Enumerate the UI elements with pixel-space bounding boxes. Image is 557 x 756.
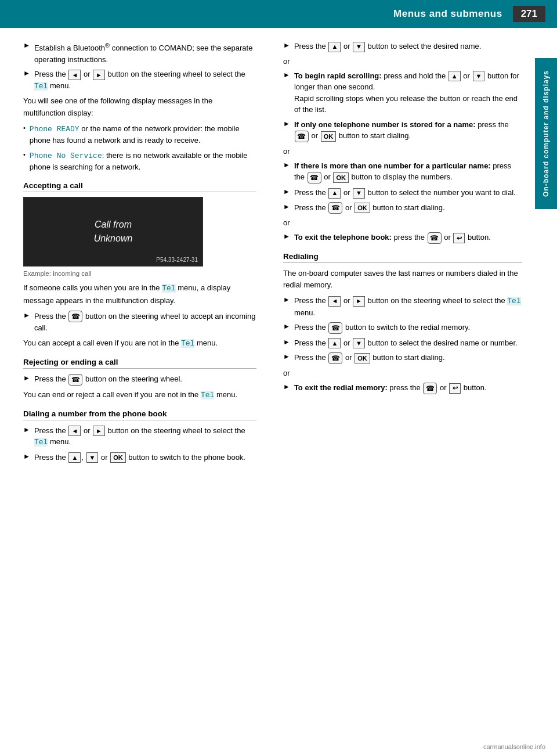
bullet-arrow-icon: ► xyxy=(283,296,290,304)
phone-end-button: ☎ xyxy=(423,383,437,394)
down-arrow-button: ▼ xyxy=(353,188,365,199)
or-label: or xyxy=(283,217,522,229)
ok-button: OK xyxy=(321,131,337,142)
up-arrow-button: ▲ xyxy=(328,338,341,348)
bullet-text: To begin rapid scrolling: press and hold… xyxy=(294,70,522,116)
bullet-text: Press the ▲, ▼ or OK button to switch to… xyxy=(34,452,245,463)
section-heading-dialing: Dialing a number from the phone book xyxy=(23,409,256,420)
list-item: ► Press the ▲ or ▼ button to select the … xyxy=(283,337,522,349)
list-item: ► Press the ☎ or OK button to start dial… xyxy=(283,352,522,364)
display-text: Call from Unknown xyxy=(94,218,133,246)
tel-menu-label: Tel xyxy=(181,339,194,348)
bullet-dot-icon: • xyxy=(23,151,26,158)
phone-ready-status: Phone READY xyxy=(30,125,79,134)
up-arrow-button: ▲ xyxy=(449,71,461,81)
list-item: ► If only one telephone number is stored… xyxy=(283,119,522,142)
or-label: or xyxy=(283,146,522,157)
bullet-arrow-icon: ► xyxy=(23,41,30,49)
down-arrow-button: ▼ xyxy=(473,71,485,81)
list-item: ► Press the ▲, ▼ or OK button to switch … xyxy=(23,452,256,463)
bullet-arrow-icon: ► xyxy=(283,232,290,240)
list-item: ► To begin rapid scrolling: press and ho… xyxy=(283,70,522,116)
rejecting-paragraph: You can end or reject a call even if you… xyxy=(23,389,256,401)
list-item: ► Press the ☎ button on the steering whe… xyxy=(23,373,256,386)
bullet-text: Press the ☎ button on the steering wheel… xyxy=(34,311,256,334)
list-item: ► Press the ◄ or ► button on the steerin… xyxy=(23,425,256,448)
up-arrow-button: ▲ xyxy=(328,188,341,199)
bullet-text: Press the ▲ or ▼ button to select the nu… xyxy=(294,187,516,199)
list-item: ► Press the ☎ button on the steering whe… xyxy=(23,311,256,334)
bullet-arrow-icon: ► xyxy=(283,338,290,346)
bullet-arrow-icon: ► xyxy=(283,352,290,361)
list-item: ► Press the ☎ button to switch to the re… xyxy=(283,322,522,334)
section-heading-accepting: Accepting a call xyxy=(23,181,256,192)
bullet-text: Press the ▲ or ▼ button to select the de… xyxy=(294,337,518,349)
right-arrow-button: ► xyxy=(93,426,105,436)
phone-accept-button: ☎ xyxy=(68,311,82,322)
bullet-arrow-icon: ► xyxy=(283,161,290,169)
or-label: or xyxy=(283,56,522,67)
bullet-text: If there is more than one number for a p… xyxy=(294,160,522,183)
section-heading-rejecting: Rejecting or ending a call xyxy=(23,358,256,369)
list-item: • Phone READY or the name of the network… xyxy=(23,123,256,146)
down-arrow-button: ▼ xyxy=(353,42,365,52)
bullet-text: Press the ☎ button on the steering wheel… xyxy=(34,373,182,386)
back-button: ↩ xyxy=(453,233,465,243)
ok-button: OK xyxy=(355,353,370,363)
list-item: ► Establish a Bluetooth® connection to C… xyxy=(23,41,256,65)
main-content: ► Establish a Bluetooth® connection to C… xyxy=(0,28,557,472)
accepting-paragraph: If someone calls you when you are in the… xyxy=(23,282,256,306)
bullet-arrow-icon: ► xyxy=(283,383,290,391)
list-item: ► Press the ◄ or ► button on the steerin… xyxy=(283,295,522,318)
list-item: ► To exit the telephone book: press the … xyxy=(283,232,522,244)
redialing-paragraph: The on-board computer saves the last nam… xyxy=(283,268,522,291)
down-arrow-button: ▼ xyxy=(86,452,99,463)
phone-redial-button: ☎ xyxy=(328,322,342,334)
display-ref: P54.33-2427-31 xyxy=(156,257,198,263)
left-arrow-button: ◄ xyxy=(68,70,81,80)
right-column: ► Press the ▲ or ▼ button to select the … xyxy=(273,41,557,466)
left-arrow-button: ◄ xyxy=(328,296,341,307)
left-column: ► Establish a Bluetooth® connection to C… xyxy=(0,41,273,466)
list-item: ► Press the ▲ or ▼ button to select the … xyxy=(283,187,522,199)
ok-button: OK xyxy=(355,203,370,213)
tel-menu-label: Tel xyxy=(507,297,520,305)
bullet-text: Press the ◄ or ► button on the steering … xyxy=(34,425,256,448)
top-bar: Menus and submenus 271 xyxy=(0,0,557,28)
list-item: ► Press the ☎ or OK button to start dial… xyxy=(283,202,522,214)
bullet-text: If only one telephone number is stored f… xyxy=(294,119,522,142)
bullet-arrow-icon: ► xyxy=(283,120,290,128)
bullet-arrow-icon: ► xyxy=(283,322,290,330)
or-label: or xyxy=(283,368,522,379)
phone-dial-button: ☎ xyxy=(328,202,342,214)
down-arrow-button: ▼ xyxy=(353,338,365,348)
bullet-text: Press the ☎ or OK button to start dialin… xyxy=(294,352,445,364)
phone-end-button: ☎ xyxy=(428,232,442,244)
section-heading-redialing: Redialing xyxy=(283,252,522,263)
up-arrow-button: ▲ xyxy=(328,42,341,52)
ok-button: OK xyxy=(333,172,349,183)
bullet-arrow-icon: ► xyxy=(283,188,290,196)
bullet-text: Press the ▲ or ▼ button to select the de… xyxy=(294,41,482,52)
intro-paragraph: You will see one of the following displa… xyxy=(23,95,256,118)
list-item: ► Press the ◄ or ► button on the steerin… xyxy=(23,69,256,92)
phone-dial-button: ☎ xyxy=(308,172,321,183)
bullet-text: Establish a Bluetooth® connection to COM… xyxy=(34,41,256,65)
up-arrow-button: ▲ xyxy=(68,452,81,463)
header-title: Menus and submenus xyxy=(393,8,502,20)
bullet-text: To exit the redial memory: press the ☎ o… xyxy=(294,382,487,394)
phone-dial-button: ☎ xyxy=(328,352,342,364)
phone-dial-button: ☎ xyxy=(295,131,309,142)
bullet-arrow-icon: ► xyxy=(23,311,30,319)
bullet-text: To exit the telephone book: press the ☎ … xyxy=(294,232,491,244)
tel-menu-label: Tel xyxy=(34,438,48,447)
bullet-text: Phone No Service: there is no network av… xyxy=(30,150,256,173)
tel-menu-label: Tel xyxy=(162,284,175,293)
bullet-arrow-icon: ► xyxy=(23,69,30,77)
bullet-text: Phone READY or the name of the network p… xyxy=(30,123,256,146)
tel-menu-label: Tel xyxy=(201,391,214,399)
bullet-text: Press the ◄ or ► button on the steering … xyxy=(34,69,256,92)
list-item: ► Press the ▲ or ▼ button to select the … xyxy=(283,41,522,52)
phone-end-button: ☎ xyxy=(68,374,82,386)
display-caption: Example: incoming call xyxy=(23,269,256,279)
